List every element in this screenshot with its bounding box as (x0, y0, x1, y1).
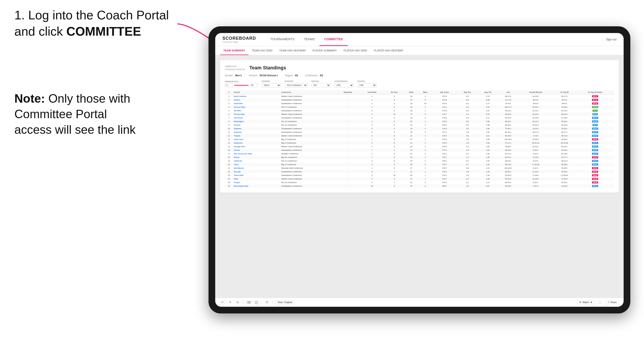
cell-school: Alabama (233, 127, 280, 130)
school-select[interactable]: (All) (357, 83, 376, 87)
table-row[interactable]: 6 Florida State Atlantic Coast Conferenc… (225, 112, 614, 116)
division-select[interactable]: NCAA Division I (285, 83, 308, 87)
cell-wins: 3 (418, 123, 432, 127)
refresh-icon[interactable]: ↻ (235, 300, 240, 305)
cell-wins: 1 (418, 120, 432, 123)
table-row[interactable]: 21 New Mexico Mountain West Conference -… (225, 166, 614, 170)
watch-button[interactable]: 👁 Watch ▼ (577, 300, 595, 305)
clock-icon[interactable]: ⏱ (264, 300, 270, 305)
table-row[interactable]: 26 Mississippi State Southeastern Confer… (225, 184, 614, 188)
cell-vs25: 23-33-1 (553, 181, 576, 184)
cell-avg-sg: 2.01 (478, 134, 498, 138)
sub-nav-team-h2h-heatmap[interactable]: TEAM H2H HEATMAP (276, 46, 309, 55)
table-row[interactable]: 8 Washington Pac-12 Conference - 2 8 23 … (225, 120, 614, 123)
cell-rnds: 27 (404, 112, 418, 116)
table-row[interactable]: 12 Virginia Atlantic Coast Conference - … (225, 134, 614, 138)
cell-low: 100-27-1 (498, 105, 518, 109)
cell-school: Illinois (233, 156, 280, 159)
table-row[interactable]: 1 North Carolina Atlantic Coast Conferen… (225, 95, 614, 98)
division-filter: Division: NCAA Division I (249, 74, 278, 77)
cell-reg-rank: - (336, 159, 360, 163)
table-row[interactable]: 19 California Pac-12 Conference - 4 8 24… (225, 159, 614, 163)
table-row[interactable]: 22 Georgia Southeastern Conference - 8 7… (225, 170, 614, 173)
min-rounds-input[interactable] (225, 83, 233, 87)
table-row[interactable]: 16 Florida Southeastern Conference - 7 9… (225, 148, 614, 152)
cell-rnds: 23 (404, 184, 418, 188)
cell-wins: 1 (418, 109, 432, 112)
table-row[interactable]: 14 Oklahoma Big 12 Conference - 2 8 24 2… (225, 141, 614, 145)
table-row[interactable]: 20 Texas Big 12 Conference - 3 9 28 0 27… (225, 163, 614, 166)
table-row[interactable]: 15 Georgia Tech Atlantic Coast Conferenc… (225, 145, 614, 148)
cell-rnds: 27 (404, 177, 418, 181)
nav-committee[interactable]: COMMITTEE (320, 33, 348, 46)
cell-rank: 7 (225, 116, 233, 120)
table-row[interactable]: 10 Alabama Southeastern Conference - 5 6… (225, 127, 614, 130)
cell-conf-rank: 7 (360, 148, 384, 152)
undo-icon[interactable]: ↶ (220, 300, 225, 305)
cell-avg-sg: 1.28 (478, 170, 498, 173)
cell-adj-score: 279.1 (432, 156, 457, 159)
step-number: 1. (14, 8, 25, 22)
cell-vs50: 60.71 (576, 130, 614, 134)
table-row[interactable]: 3 Vanderbilt Southeastern Conference - 2… (225, 102, 614, 105)
table-row[interactable]: 5 Ole Miss Southeastern Conference - 3 6… (225, 109, 614, 112)
sub-nav-player-h2h-grid[interactable]: PLAYER H2H GRID (340, 46, 370, 55)
table-row[interactable]: 13 Texas Tech Big 12 Conference - 1 9 27… (225, 138, 614, 141)
cell-vs25: 33-38-4 (553, 163, 576, 166)
cell-school: North Carolina (233, 95, 280, 98)
gender-filter: Gender: Men's (225, 74, 242, 77)
col-no-tour: No Tour (384, 90, 404, 95)
table-row[interactable]: 11 Arkansas Southeastern Conference - 6 … (225, 130, 614, 134)
share-icon: ⇧ (607, 301, 609, 304)
cell-rnds: 18 (404, 116, 418, 120)
cell-vs25: 38-6-0 (553, 102, 576, 105)
cell-wins: 4 (418, 112, 432, 116)
sub-nav-team-h2h-grid[interactable]: TEAM H2H GRID (248, 46, 276, 55)
table-row[interactable]: 23 Texas A&M Southeastern Conference - 9… (225, 173, 614, 177)
cell-overall: 11-29-1 (518, 170, 552, 173)
gender-select[interactable]: Men's (262, 83, 281, 87)
cell-school: Oregon (233, 181, 280, 184)
sign-out-link[interactable]: Sign out (606, 38, 616, 41)
paste-icon[interactable]: 📋 (254, 300, 258, 305)
cell-avg-sg: 1.98 (478, 123, 498, 127)
note-bold: Note: (14, 92, 45, 105)
table-row[interactable]: 2 Auburn Southeastern Conference - 1 9 2… (225, 98, 614, 102)
copy-icon[interactable]: ⌫ (246, 300, 251, 305)
cell-reg-rank: - (336, 177, 360, 181)
nav-tournaments[interactable]: TOURNAMENTS (266, 33, 299, 46)
table-row[interactable]: 25 Oregon Pac-12 Conference - 5 7 21 0 2… (225, 181, 614, 184)
table-row[interactable]: 9 Arizona Pac-12 Conference - 3 8 22 3 2… (225, 123, 614, 127)
sub-nav-player-summary[interactable]: PLAYER SUMMARY (309, 46, 340, 55)
logo-scoreboard: SCOREBOARD (222, 36, 256, 41)
rounds-slider[interactable] (234, 85, 248, 86)
max-rounds-input[interactable] (250, 83, 258, 87)
table-row[interactable]: 24 Duke Atlantic Coast Conference - 5 9 … (225, 177, 614, 181)
cell-vs50: 49.34 (576, 156, 614, 159)
cell-adj-score: 276.6 (432, 145, 457, 148)
redo-icon[interactable]: ↷ (228, 300, 232, 305)
cell-vs25: 63-17-0 (553, 95, 576, 98)
nav-teams[interactable]: TEAMS (299, 33, 320, 46)
cell-reg-rank: - (336, 141, 360, 145)
table-row[interactable]: 7 Tennessee Southeastern Conference - 4 … (225, 116, 614, 120)
cell-no-tour: 8 (384, 130, 404, 134)
cell-avg-sg: 2.52 (478, 105, 498, 109)
cell-conference: Pac-12 Conference (281, 159, 336, 163)
view-original-button[interactable]: View: Original (276, 300, 294, 305)
cell-reg-rank: - (336, 138, 360, 141)
fullscreen-icon[interactable]: ⛶ (598, 300, 602, 305)
sub-nav-player-h2h-heatmap[interactable]: PLAYER H2H HEATMAP (370, 46, 407, 55)
cell-conf-rank: 2 (360, 141, 384, 145)
top-nav: SCOREBOARD Powered by clippd TOURNAMENTS… (215, 33, 624, 46)
table-row[interactable]: 4 Arizona State Pac-12 Conference - 1 8 … (225, 105, 614, 109)
table-row[interactable]: 18 Illinois Big Ten Conference - 1 8 23 … (225, 156, 614, 159)
conference-select[interactable]: (All) (334, 83, 354, 87)
share-button[interactable]: ⇧ Share (605, 300, 619, 305)
table-row[interactable]: 17 East Tennessee State Southern Confere… (225, 152, 614, 156)
region-select[interactable]: N/A (311, 83, 330, 87)
sub-nav-team-summary[interactable]: TEAM SUMMARY (220, 46, 248, 55)
cell-school: Arkansas (233, 130, 280, 134)
cell-school: Auburn (233, 98, 280, 102)
cell-conf-rank: 3 (360, 109, 384, 112)
